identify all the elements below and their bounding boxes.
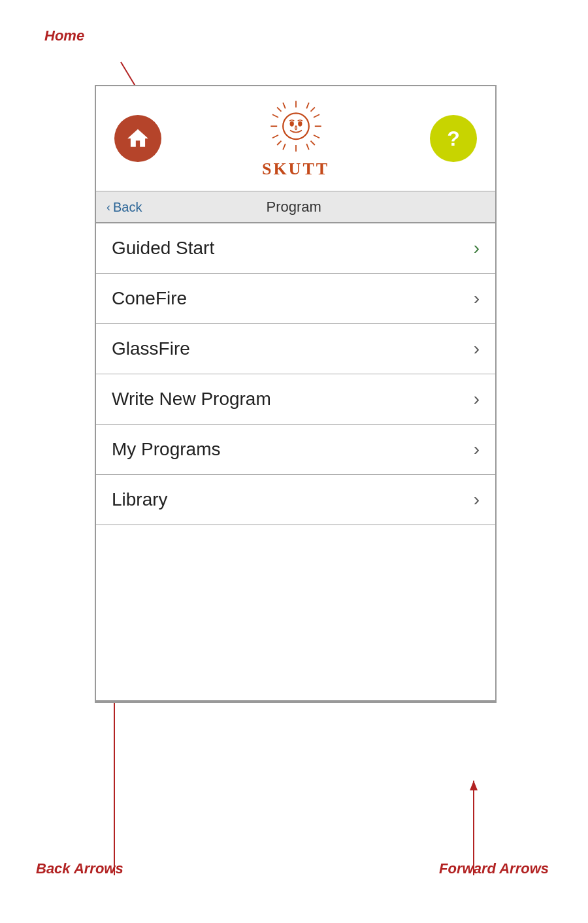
chevron-icon-my-programs: › bbox=[474, 439, 480, 460]
menu-item-my-programs[interactable]: My Programs › bbox=[96, 425, 495, 475]
chevron-icon-conefire: › bbox=[474, 288, 480, 309]
skutt-sun-logo bbox=[267, 98, 325, 157]
empty-content-area bbox=[96, 525, 495, 702]
back-chevron-icon: ‹ bbox=[106, 201, 110, 214]
svg-point-23 bbox=[289, 121, 293, 127]
menu-item-label-write-new-program: Write New Program bbox=[112, 389, 271, 410]
forward-arrows-annotation: Forward Arrows bbox=[439, 860, 549, 877]
menu-item-write-new-program[interactable]: Write New Program › bbox=[96, 374, 495, 425]
svg-line-21 bbox=[306, 103, 309, 108]
svg-line-16 bbox=[314, 135, 319, 138]
nav-title: Program bbox=[142, 199, 446, 216]
back-button[interactable]: ‹ Back bbox=[106, 200, 142, 215]
menu-list: Guided Start › ConeFire › GlassFire › Wr… bbox=[96, 223, 495, 525]
page-wrapper: Home bbox=[0, 0, 588, 923]
logo-area: SKUTT bbox=[262, 98, 329, 179]
logo-text: SKUTT bbox=[262, 159, 329, 179]
menu-item-label-my-programs: My Programs bbox=[112, 439, 220, 460]
menu-item-library[interactable]: Library › bbox=[96, 475, 495, 525]
home-button[interactable] bbox=[114, 115, 161, 162]
home-annotation: Home bbox=[44, 27, 84, 44]
svg-line-19 bbox=[283, 103, 286, 108]
chevron-icon-glassfire: › bbox=[474, 338, 480, 359]
chevron-icon-library: › bbox=[474, 489, 480, 510]
svg-line-22 bbox=[283, 144, 286, 150]
svg-point-24 bbox=[298, 121, 302, 127]
svg-marker-5 bbox=[470, 781, 478, 790]
back-label[interactable]: Back bbox=[113, 200, 142, 215]
help-button[interactable]: ? bbox=[430, 115, 477, 162]
chevron-icon-write-new-program: › bbox=[474, 389, 480, 410]
back-arrows-annotation: Back Arrows bbox=[36, 860, 123, 877]
svg-line-18 bbox=[272, 135, 278, 138]
svg-line-12 bbox=[310, 141, 314, 145]
svg-line-17 bbox=[314, 114, 319, 118]
home-icon bbox=[125, 126, 150, 151]
header: SKUTT ? bbox=[96, 86, 495, 192]
menu-item-label-conefire: ConeFire bbox=[112, 288, 187, 309]
svg-line-15 bbox=[272, 114, 278, 118]
svg-line-11 bbox=[277, 107, 281, 111]
menu-item-glassfire[interactable]: GlassFire › bbox=[96, 324, 495, 374]
svg-line-14 bbox=[277, 141, 281, 145]
help-icon: ? bbox=[447, 127, 460, 151]
chevron-icon-guided-start: › bbox=[474, 238, 480, 259]
menu-item-label-glassfire: GlassFire bbox=[112, 338, 190, 359]
menu-item-label-library: Library bbox=[112, 489, 168, 510]
menu-item-label-guided-start: Guided Start bbox=[112, 238, 214, 259]
menu-item-guided-start[interactable]: Guided Start › bbox=[96, 223, 495, 274]
nav-bar: ‹ Back Program bbox=[96, 192, 495, 223]
svg-line-13 bbox=[310, 107, 314, 111]
menu-item-conefire[interactable]: ConeFire › bbox=[96, 274, 495, 324]
device-frame: SKUTT ? ‹ Back Program Guided Start › Co… bbox=[95, 85, 497, 703]
svg-line-20 bbox=[306, 144, 309, 150]
